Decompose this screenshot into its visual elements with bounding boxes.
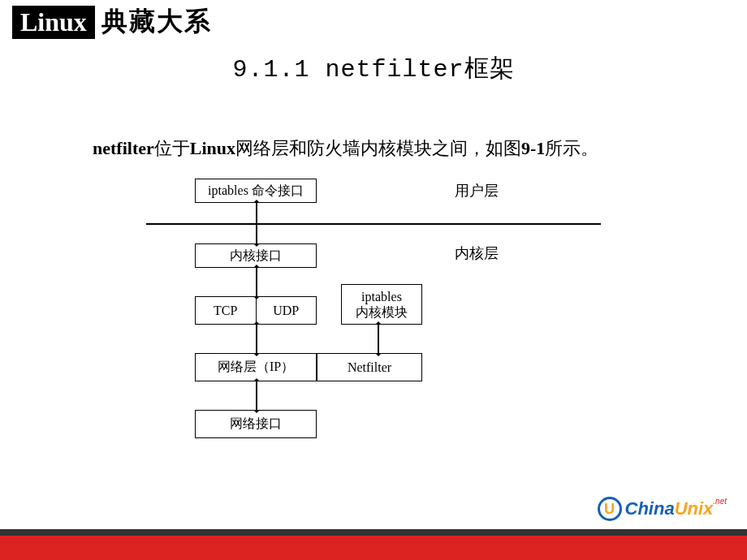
arrow-cmd-kernel [256, 203, 257, 243]
linux-badge: Linux [12, 6, 95, 39]
layer-separator [146, 223, 601, 225]
chinaunix-logo: U ChinaUnix .net [598, 497, 728, 521]
fig-ref: 9-1 [521, 138, 545, 158]
slide-title: 9.1.1 netfilter框架 [0, 52, 747, 85]
architecture-diagram: iptables 命令接口 用户层 内核层 内核接口 TCP UDP iptab… [146, 179, 601, 454]
body-text: netfilter位于Linux网络层和防火墙内核模块之间，如图9-1所示。 [57, 134, 690, 162]
term-netfilter: netfilter [93, 138, 154, 158]
arrow-mod-netfilter [378, 325, 379, 353]
box-net-iface: 网络接口 [195, 410, 317, 438]
logo-china: China [625, 498, 675, 519]
box-tcp-udp: TCP UDP [195, 296, 317, 325]
box-netfilter: Netfilter [317, 353, 422, 381]
label-user-layer: 用户层 [455, 181, 499, 200]
footer-dark-bar [0, 529, 747, 536]
header-banner: Linux 典藏大系 [0, 0, 747, 40]
box-udp: UDP [257, 297, 317, 324]
arrow-ip-netiface [256, 381, 257, 410]
series-title: 典藏大系 [101, 4, 212, 40]
box-iptables-module: iptables 内核模块 [341, 284, 422, 325]
logo-net: .net [713, 497, 727, 506]
logo-u-icon: U [598, 497, 622, 521]
logo-unix: Unix [675, 498, 714, 519]
footer-red-bar [0, 536, 747, 560]
term-linux: Linux [190, 138, 235, 158]
box-ip-layer: 网络层（IP） [195, 353, 317, 381]
label-kernel-layer: 内核层 [455, 243, 499, 263]
arrow-tcp-ip [256, 325, 257, 353]
box-tcp: TCP [196, 297, 257, 324]
arrow-kernel-tcp [256, 268, 257, 296]
